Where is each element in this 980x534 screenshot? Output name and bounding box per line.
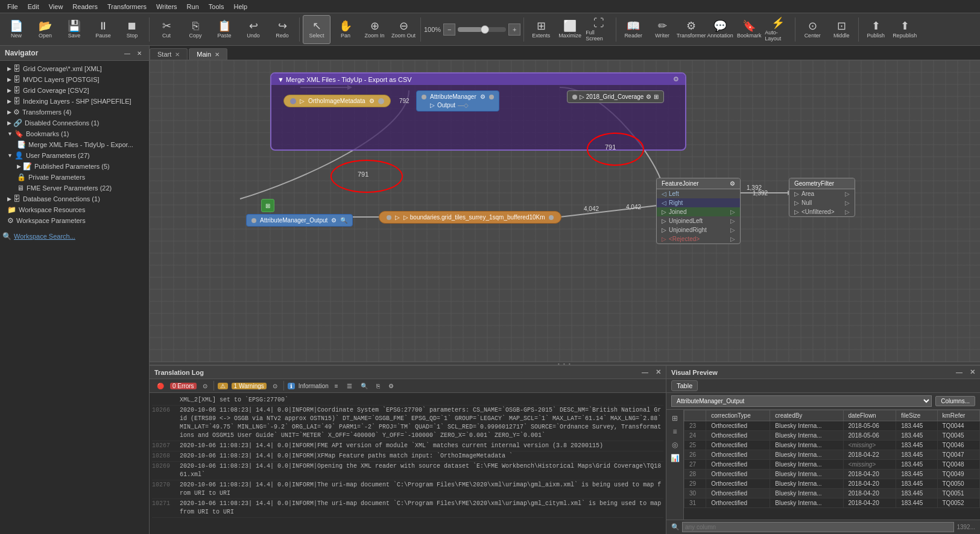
nav-item-bookmarks[interactable]: ▼ 🔖 Bookmarks (1) (0, 128, 149, 139)
canvas[interactable]: 792 4,042 1,392 (150, 60, 980, 362)
node-attr-settings-icon[interactable]: ⚙ (480, 93, 485, 100)
nav-item-published[interactable]: ▶ 📝 Published Parameters (5) (0, 161, 149, 172)
nav-search-link[interactable]: Workspace Search... (14, 233, 75, 240)
nav-minimize-button[interactable]: — (122, 48, 132, 58)
menu-writers[interactable]: Writers (151, 2, 182, 11)
nav-item-grid-csv[interactable]: ▶ 🗄 Grid Coverage [CSV2] (0, 85, 149, 96)
tab-main-close[interactable]: ✕ (215, 51, 220, 58)
tab-start-close[interactable]: ✕ (175, 51, 180, 58)
schema-browser-icon[interactable]: ⊞ (261, 199, 274, 212)
log-list-button[interactable]: ☰ (344, 382, 355, 391)
tab-main[interactable]: Main ✕ (189, 48, 227, 60)
col-createdby[interactable]: createdBy (770, 410, 843, 421)
zoom-decrease-button[interactable]: − (443, 24, 455, 36)
menu-help[interactable]: Help (229, 2, 252, 11)
extents-button[interactable]: ⊞ Extents (527, 15, 555, 44)
new-button[interactable]: 📄 New (2, 15, 30, 44)
undo-button[interactable]: ↩ Undo (239, 15, 267, 44)
log-warn-filter-button[interactable]: ⊙ (270, 382, 280, 391)
nav-item-ws-params[interactable]: ⚙ Workspace Parameters (0, 215, 149, 226)
save-button[interactable]: 💾 Save (60, 15, 88, 44)
log-clear-button[interactable]: 🔴 (154, 382, 166, 391)
maximize-button[interactable]: ⬜ Maximize (556, 15, 584, 44)
vp-side-btn-1[interactable]: ⊞ (669, 412, 681, 424)
zoom-in-button[interactable]: ⊕ Zoom In (361, 15, 388, 44)
republish-button[interactable]: ⬆ Republish (891, 15, 918, 44)
node-ortho[interactable]: ▷ OrthoImageMetadata ⚙ (283, 95, 391, 107)
nav-item-disabled[interactable]: ▶ 🔗 Disabled Connections (1) (0, 118, 149, 128)
nav-item-search[interactable]: 🔍 Workspace Search... (0, 231, 149, 242)
select-button[interactable]: ↖ Select (303, 15, 330, 44)
node-ortho-settings[interactable]: ⚙ (369, 98, 375, 104)
nav-item-indexing[interactable]: ▶ 🗄 Indexing Layers - SHP [SHAPEFILE] (0, 96, 149, 107)
vp-side-btn-4[interactable]: 📊 (669, 452, 681, 464)
menu-run[interactable]: Run (182, 2, 204, 11)
pan-button[interactable]: ✋ Pan (332, 15, 359, 44)
log-search-button[interactable]: 🔍 (358, 382, 370, 391)
redo-button[interactable]: ↪ Redo (268, 15, 296, 44)
zoom-increase-button[interactable]: + (508, 24, 520, 36)
menu-view[interactable]: View (44, 2, 68, 11)
nav-item-transformers[interactable]: ▶ ⚙ Transformers (4) (0, 107, 149, 118)
log-content[interactable]: XML_2[XML] set to `EPSG:27700` 10266 202… (150, 393, 666, 534)
nav-item-db-connections[interactable]: ▶ 🗄 Database Connections (1) (0, 193, 149, 204)
stop-button[interactable]: ⏹ Stop (118, 15, 146, 44)
fj-settings-icon[interactable]: ⚙ (730, 180, 735, 187)
pause-button[interactable]: ⏸ Pause (89, 15, 117, 44)
log-close-button[interactable]: ✕ (656, 368, 661, 376)
vp-side-btn-2[interactable]: ≡ (669, 426, 681, 438)
nav-item-merge-bookmark[interactable]: 📑 Merge XML Files - TidyUp - Expor... (0, 139, 149, 150)
node-attr-manager[interactable]: AttributeManager ⚙ ▷ Output —◇ (416, 90, 499, 112)
vp-tab-table[interactable]: Table (671, 380, 698, 391)
nav-close-button[interactable]: ✕ (134, 48, 144, 58)
col-rownum[interactable] (684, 410, 706, 421)
bookmark-button[interactable]: 🔖 Bookmark (735, 15, 763, 44)
menu-transformers[interactable]: Transformers (103, 2, 151, 11)
paste-button[interactable]: 📋 Paste (210, 15, 238, 44)
nav-item-ws-resources[interactable]: 📁 Workspace Resources (0, 204, 149, 215)
node-boundaries[interactable]: ▷ ▷ boundaries.grid_tiles_surrey_1sqm_bu… (379, 211, 561, 224)
node-grid-settings[interactable]: ⚙ (646, 93, 651, 100)
vp-columns-button[interactable]: Columns... (935, 396, 975, 406)
tab-start[interactable]: Start ✕ (150, 48, 188, 60)
node-geometry-filter[interactable]: GeometryFilter ▷ Area ▷ ▷ Null ▷ ▷ <Un (789, 178, 855, 217)
vp-search-input[interactable] (682, 522, 954, 532)
col-filesize[interactable]: fileSize (896, 410, 937, 421)
vp-close-button[interactable]: ✕ (970, 368, 975, 376)
node-grid-coverage[interactable]: ▷ 2018_Grid_Coverage ⚙ ⊞ (567, 90, 664, 103)
fullscreen-button[interactable]: ⛶ Full Screen (585, 15, 613, 44)
middle-button[interactable]: ⊡ Middle (827, 15, 855, 44)
nav-item-private[interactable]: 🔒 Private Parameters (0, 172, 149, 183)
node-attr-output[interactable]: AttributeManager_Output ⚙ 🔍 (246, 214, 353, 227)
menu-readers[interactable]: Readers (68, 2, 103, 11)
vp-source-dropdown[interactable]: AttributeManager_Output (671, 395, 932, 407)
transformer-button[interactable]: ⚙ Transformer (677, 15, 705, 44)
log-settings-button[interactable]: ⚙ (386, 382, 396, 391)
node-attr-out-search[interactable]: 🔍 (340, 217, 347, 224)
log-minimize-button[interactable]: — (642, 369, 648, 376)
cut-button[interactable]: ✂ Cut (153, 15, 180, 44)
center-button[interactable]: ⊙ Center (798, 15, 826, 44)
log-copy-log-button[interactable]: ⎘ (374, 382, 382, 391)
menu-file[interactable]: File (2, 2, 23, 11)
vp-minimize-button[interactable]: — (956, 369, 963, 376)
log-text-button[interactable]: ≡ (332, 382, 341, 391)
annotation-button[interactable]: 💬 Annotation (706, 15, 734, 44)
zoom-out-button[interactable]: ⊖ Zoom Out (390, 15, 417, 44)
node-attr-out-settings[interactable]: ⚙ (331, 217, 337, 224)
nav-item-fme-server[interactable]: 🖥 FME Server Parameters (22) (0, 183, 149, 193)
copy-button[interactable]: ⎘ Copy (182, 15, 209, 44)
reader-button[interactable]: 📖 Reader (619, 15, 647, 44)
menu-edit[interactable]: Edit (23, 2, 44, 11)
open-button[interactable]: 📂 Open (31, 15, 59, 44)
auto-layout-button[interactable]: ⚡ Auto-Layout (764, 15, 792, 44)
node-grid-extra[interactable]: ⊞ (654, 93, 659, 100)
publish-button[interactable]: ⬆ Publish (862, 15, 890, 44)
col-kmrefer[interactable]: kmRefer (937, 410, 979, 421)
col-dateflown[interactable]: dateFlown (843, 410, 896, 421)
nav-item-grid-xml[interactable]: ▶ 🗄 Grid Coverage\*.xml [XML] (0, 63, 149, 74)
nav-item-user-params[interactable]: ▼ 👤 User Parameters (27) (0, 150, 149, 161)
writer-button[interactable]: ✏ Writer (648, 15, 676, 44)
vp-side-btn-3[interactable]: ◎ (669, 439, 681, 451)
bookmark-settings-icon[interactable]: ⚙ (673, 75, 679, 83)
